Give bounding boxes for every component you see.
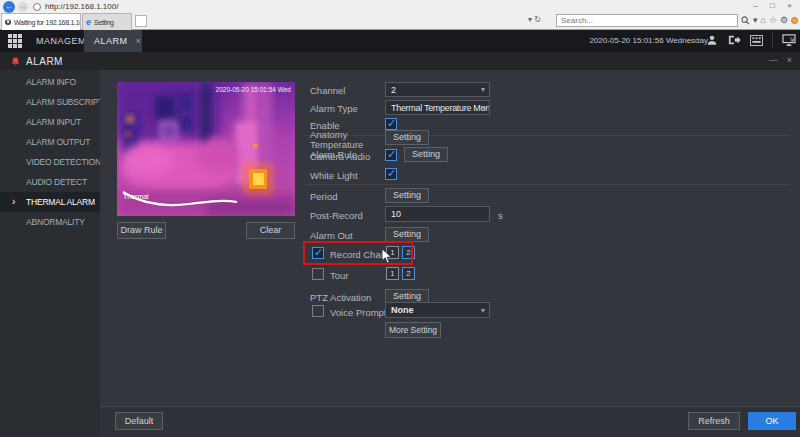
search-input[interactable] [556,14,738,27]
sidebar-item-video-detection[interactable]: VIDEO DETECTION [0,152,100,172]
panel-header: ALARM [0,52,800,70]
browser-tab-waiting[interactable]: Waiting for 192.168.1.100 × [1,13,81,30]
channel-label: Channel [310,85,345,96]
clear-button[interactable]: Clear [246,222,295,239]
footer-divider [100,406,800,407]
sidebar-item-thermal-alarm[interactable]: › THERMAL ALARM [0,192,100,212]
anatomy-rule-setting-button[interactable]: Setting [385,130,429,145]
new-tab-button[interactable] [135,15,147,27]
thermal-image: 2020-05-20 15:01:54 Wed Thermal [117,82,295,216]
sidebar-item-alarm-input[interactable]: ALARM INPUT [0,112,100,132]
back-icon[interactable]: ← [3,1,15,13]
content-panel: 2020-05-20 15:01:54 Wed Thermal Draw Rul… [100,70,800,437]
channel-select[interactable]: 2▾ [385,82,490,97]
settings-gear-icon[interactable]: ⚙ [780,15,788,26]
forward-icon[interactable]: → [18,2,28,12]
minimize-icon[interactable]: – [747,0,764,12]
tab-alarm[interactable]: ALARM × [84,30,142,52]
panel-window-controls: — × [769,53,792,67]
compat-refresh-icons[interactable]: ▾ ↻ [528,15,541,24]
app-header: MANAGEMENT ALARM × 2020-05-20 15:01:56 W… [0,30,800,52]
more-setting-button[interactable]: More Setting [385,322,441,338]
red-highlight-box [303,241,413,265]
logout-icon[interactable] [727,34,741,46]
url-field[interactable]: http://192.168.1.100/ [45,2,118,11]
home-icon[interactable]: ⌂ [761,15,766,26]
chevron-down-icon: ▾ [481,85,485,94]
browser-chrome: ← → http://192.168.1.100/ – □ × ▾ ↻ ▾ ⌂ … [0,0,800,30]
voice-prompts-label: Voice Prompts [330,307,391,318]
alarm-tab-close-icon[interactable]: × [136,36,141,46]
fullscreen-monitor-icon[interactable] [782,34,796,46]
alarm-bell-icon [10,56,21,67]
sidebar-item-alarm-output[interactable]: ALARM OUTPUT [0,132,100,152]
sidebar-item-alarm-info[interactable]: ALARM INFO [0,72,100,92]
draw-rule-button[interactable]: Draw Rule [117,222,166,239]
close-icon[interactable]: × [781,0,798,12]
enable-checkbox[interactable] [385,118,397,130]
chevron-down-icon: ▾ [481,306,485,315]
header-separator [772,33,773,47]
sidebar-item-alarm-subscription[interactable]: ALARM SUBSCRIPTI... [0,92,100,112]
site-icon [33,3,41,11]
section-divider [305,184,790,185]
default-button[interactable]: Default [115,412,163,430]
white-light-checkbox[interactable] [385,168,397,180]
system-datetime: 2020-05-20 15:01:56 Wednesday [589,36,708,45]
loading-spinner-icon [5,19,11,25]
camera-audio-checkbox[interactable] [385,149,397,161]
sidebar-item-abnormality[interactable]: ABNORMALITY [0,212,100,232]
keyboard-icon[interactable] [750,35,763,46]
white-light-label: White Light [310,170,358,181]
window-controls: – □ × [747,0,798,12]
voice-prompts-select[interactable]: None▾ [385,302,490,318]
panel-minimize-icon[interactable]: — [769,53,778,67]
alarm-type-label: Alarm Type [310,103,358,114]
ie-icon: e [86,18,91,27]
period-setting-button[interactable]: Setting [385,188,429,203]
browser-tab-setting[interactable]: e Setting [82,13,132,30]
post-record-unit: s [498,210,503,221]
tour-label: Tour [330,270,348,281]
period-label: Period [310,191,337,202]
panel-close-icon[interactable]: × [787,53,792,67]
alarm-type-select[interactable]: Thermal Temperature Moni...▾ [385,100,490,115]
mouse-cursor [381,248,392,264]
chevron-down-icon: ▾ [481,103,485,112]
camera-audio-setting-button[interactable]: Setting [404,147,448,162]
screen: ← → http://192.168.1.100/ – □ × ▾ ↻ ▾ ⌂ … [0,0,800,437]
search-icon[interactable] [741,16,750,25]
voice-prompts-checkbox[interactable] [312,305,324,317]
alarm-out-label: Alarm Out [310,230,353,241]
maximize-icon[interactable]: □ [764,0,781,12]
ptz-activation-label: PTZ Activation [310,292,371,303]
header-icons [706,33,796,47]
alarm-out-setting-button[interactable]: Setting [385,227,429,242]
post-record-label: Post-Record [310,210,363,221]
preview-timestamp: 2020-05-20 15:01:54 Wed [216,86,292,93]
apps-grid-icon[interactable] [8,34,22,48]
thermal-overlay-label: Thermal [123,193,149,200]
user-icon[interactable] [706,34,718,46]
favorites-icon[interactable]: ☆ [769,15,777,26]
tour-checkbox[interactable] [312,268,324,280]
active-arrow-icon: › [12,192,15,212]
post-record-input[interactable]: 10 [385,206,490,222]
tour-2-button[interactable]: 2 [402,267,415,280]
thermal-preview[interactable]: 2020-05-20 15:01:54 Wed Thermal [117,82,295,216]
page-title: ALARM [26,56,63,67]
tour-1-button[interactable]: 1 [386,267,399,280]
camera-audio-label: Camera Audio [310,151,370,162]
browser-toolbar-icons: ▾ ⌂ ☆ ⚙ [741,15,798,26]
sidebar: ALARM INFO ALARM SUBSCRIPTI... ALARM INP… [0,70,100,437]
ok-button[interactable]: OK [748,412,796,430]
sidebar-item-audio-detect[interactable]: AUDIO DETECT [0,172,100,192]
feedback-icon[interactable] [791,17,798,24]
search-caret-icon[interactable]: ▾ [753,15,758,26]
refresh-button[interactable]: Refresh [688,412,740,430]
